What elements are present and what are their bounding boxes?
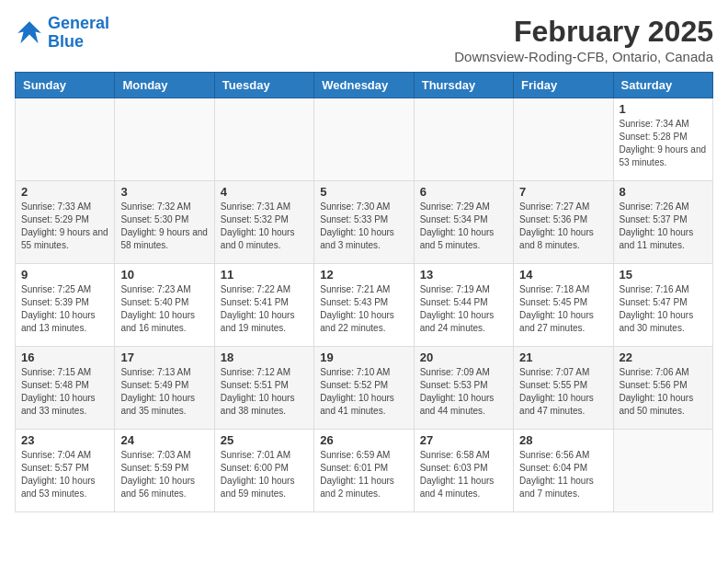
day-number: 2: [21, 185, 108, 199]
weekday-header-wednesday: Wednesday: [314, 73, 414, 98]
day-number: 8: [620, 185, 707, 199]
day-number: 4: [221, 185, 308, 199]
logo: General Blue: [15, 15, 109, 52]
day-cell: 16Sunrise: 7:15 AM Sunset: 5:48 PM Dayli…: [16, 347, 115, 430]
day-cell: 18Sunrise: 7:12 AM Sunset: 5:51 PM Dayli…: [214, 347, 313, 430]
day-info: Sunrise: 7:01 AM Sunset: 6:00 PM Dayligh…: [221, 449, 308, 500]
day-cell: 6Sunrise: 7:29 AM Sunset: 5:34 PM Daylig…: [414, 181, 513, 264]
day-cell: 12Sunrise: 7:21 AM Sunset: 5:43 PM Dayli…: [314, 264, 414, 347]
day-cell: 22Sunrise: 7:06 AM Sunset: 5:56 PM Dayli…: [613, 347, 712, 430]
svg-marker-0: [17, 21, 41, 43]
day-cell: [514, 98, 613, 181]
day-info: Sunrise: 7:30 AM Sunset: 5:33 PM Dayligh…: [320, 201, 407, 252]
day-cell: 24Sunrise: 7:03 AM Sunset: 5:59 PM Dayli…: [115, 430, 214, 512]
day-cell: [16, 98, 115, 181]
header: General Blue February 2025 Downsview-Rod…: [15, 15, 713, 64]
week-row-2: 9Sunrise: 7:25 AM Sunset: 5:39 PM Daylig…: [16, 264, 713, 347]
day-number: 9: [21, 268, 108, 282]
day-info: Sunrise: 7:03 AM Sunset: 5:59 PM Dayligh…: [120, 449, 208, 500]
day-info: Sunrise: 7:13 AM Sunset: 5:49 PM Dayligh…: [120, 366, 208, 418]
day-cell: 20Sunrise: 7:09 AM Sunset: 5:53 PM Dayli…: [414, 347, 513, 430]
weekday-header-tuesday: Tuesday: [214, 73, 313, 98]
day-number: 5: [320, 185, 407, 199]
day-info: Sunrise: 7:04 AM Sunset: 5:57 PM Dayligh…: [21, 449, 108, 500]
main-title: February 2025: [454, 15, 713, 49]
day-number: 10: [120, 268, 208, 282]
day-cell: 23Sunrise: 7:04 AM Sunset: 5:57 PM Dayli…: [16, 430, 115, 512]
day-number: 11: [221, 268, 308, 282]
day-info: Sunrise: 7:22 AM Sunset: 5:41 PM Dayligh…: [221, 283, 308, 335]
day-info: Sunrise: 7:09 AM Sunset: 5:53 PM Dayligh…: [420, 366, 507, 418]
day-number: 28: [519, 433, 607, 447]
day-cell: 2Sunrise: 7:33 AM Sunset: 5:29 PM Daylig…: [16, 181, 115, 264]
day-cell: 3Sunrise: 7:32 AM Sunset: 5:30 PM Daylig…: [115, 181, 214, 264]
day-cell: [214, 98, 313, 181]
weekday-header-monday: Monday: [115, 73, 214, 98]
day-info: Sunrise: 6:59 AM Sunset: 6:01 PM Dayligh…: [320, 449, 407, 500]
day-number: 16: [21, 350, 108, 364]
week-row-1: 2Sunrise: 7:33 AM Sunset: 5:29 PM Daylig…: [16, 181, 713, 264]
weekday-header-thursday: Thursday: [414, 73, 513, 98]
day-cell: [414, 98, 513, 181]
calendar: SundayMondayTuesdayWednesdayThursdayFrid…: [15, 72, 713, 512]
day-info: Sunrise: 6:56 AM Sunset: 6:04 PM Dayligh…: [519, 449, 607, 500]
week-row-4: 23Sunrise: 7:04 AM Sunset: 5:57 PM Dayli…: [16, 430, 713, 512]
calendar-header: SundayMondayTuesdayWednesdayThursdayFrid…: [16, 73, 713, 98]
day-cell: 28Sunrise: 6:56 AM Sunset: 6:04 PM Dayli…: [514, 430, 613, 512]
weekday-header-saturday: Saturday: [613, 73, 712, 98]
day-cell: 13Sunrise: 7:19 AM Sunset: 5:44 PM Dayli…: [414, 264, 513, 347]
sub-title: Downsview-Roding-CFB, Ontario, Canada: [454, 49, 713, 64]
day-info: Sunrise: 7:07 AM Sunset: 5:55 PM Dayligh…: [519, 366, 607, 418]
week-row-3: 16Sunrise: 7:15 AM Sunset: 5:48 PM Dayli…: [16, 347, 713, 430]
day-cell: 25Sunrise: 7:01 AM Sunset: 6:00 PM Dayli…: [214, 430, 313, 512]
day-info: Sunrise: 7:26 AM Sunset: 5:37 PM Dayligh…: [620, 201, 707, 252]
day-cell: 19Sunrise: 7:10 AM Sunset: 5:52 PM Dayli…: [314, 347, 414, 430]
day-info: Sunrise: 7:23 AM Sunset: 5:40 PM Dayligh…: [120, 283, 208, 335]
day-number: 12: [320, 268, 407, 282]
day-cell: [314, 98, 414, 181]
day-number: 14: [519, 268, 607, 282]
day-cell: 8Sunrise: 7:26 AM Sunset: 5:37 PM Daylig…: [613, 181, 712, 264]
day-number: 22: [620, 350, 707, 364]
day-number: 23: [21, 433, 108, 447]
day-info: Sunrise: 7:31 AM Sunset: 5:32 PM Dayligh…: [221, 201, 308, 252]
day-cell: [613, 430, 712, 512]
day-number: 1: [620, 102, 707, 116]
day-info: Sunrise: 7:29 AM Sunset: 5:34 PM Dayligh…: [420, 201, 507, 252]
logo-icon: [15, 18, 44, 48]
weekday-header-row: SundayMondayTuesdayWednesdayThursdayFrid…: [16, 73, 713, 98]
day-cell: 5Sunrise: 7:30 AM Sunset: 5:33 PM Daylig…: [314, 181, 414, 264]
day-info: Sunrise: 7:21 AM Sunset: 5:43 PM Dayligh…: [320, 283, 407, 335]
day-number: 18: [221, 350, 308, 364]
day-cell: 14Sunrise: 7:18 AM Sunset: 5:45 PM Dayli…: [514, 264, 613, 347]
day-cell: 27Sunrise: 6:58 AM Sunset: 6:03 PM Dayli…: [414, 430, 513, 512]
day-cell: 26Sunrise: 6:59 AM Sunset: 6:01 PM Dayli…: [314, 430, 414, 512]
day-number: 24: [120, 433, 208, 447]
day-number: 7: [519, 185, 607, 199]
day-info: Sunrise: 7:18 AM Sunset: 5:45 PM Dayligh…: [519, 283, 607, 335]
day-info: Sunrise: 7:12 AM Sunset: 5:51 PM Dayligh…: [221, 366, 308, 418]
day-info: Sunrise: 7:32 AM Sunset: 5:30 PM Dayligh…: [120, 201, 208, 252]
day-info: Sunrise: 7:25 AM Sunset: 5:39 PM Dayligh…: [21, 283, 108, 335]
day-number: 3: [120, 185, 208, 199]
logo-line1: General: [48, 14, 109, 32]
day-info: Sunrise: 7:34 AM Sunset: 5:28 PM Dayligh…: [620, 118, 707, 169]
title-area: February 2025 Downsview-Roding-CFB, Onta…: [454, 15, 713, 64]
day-info: Sunrise: 6:58 AM Sunset: 6:03 PM Dayligh…: [420, 449, 507, 500]
day-info: Sunrise: 7:27 AM Sunset: 5:36 PM Dayligh…: [519, 201, 607, 252]
day-number: 13: [420, 268, 507, 282]
day-cell: 1Sunrise: 7:34 AM Sunset: 5:28 PM Daylig…: [613, 98, 712, 181]
day-cell: 9Sunrise: 7:25 AM Sunset: 5:39 PM Daylig…: [16, 264, 115, 347]
weekday-header-sunday: Sunday: [16, 73, 115, 98]
day-cell: 7Sunrise: 7:27 AM Sunset: 5:36 PM Daylig…: [514, 181, 613, 264]
day-info: Sunrise: 7:15 AM Sunset: 5:48 PM Dayligh…: [21, 366, 108, 418]
day-number: 25: [221, 433, 308, 447]
day-number: 15: [620, 268, 707, 282]
day-cell: [115, 98, 214, 181]
day-number: 20: [420, 350, 507, 364]
day-cell: 21Sunrise: 7:07 AM Sunset: 5:55 PM Dayli…: [514, 347, 613, 430]
day-info: Sunrise: 7:33 AM Sunset: 5:29 PM Dayligh…: [21, 201, 108, 252]
week-row-0: 1Sunrise: 7:34 AM Sunset: 5:28 PM Daylig…: [16, 98, 713, 181]
day-cell: 4Sunrise: 7:31 AM Sunset: 5:32 PM Daylig…: [214, 181, 313, 264]
day-number: 19: [320, 350, 407, 364]
